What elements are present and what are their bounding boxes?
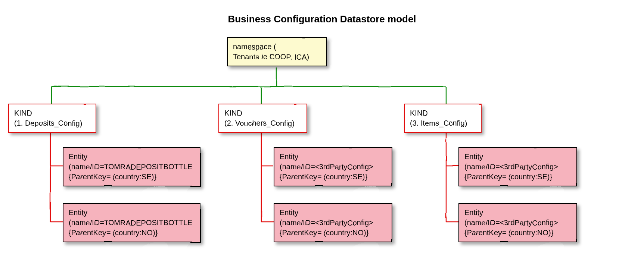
entity-id: (name/ID=<3rdPartyConfig> bbox=[280, 162, 386, 172]
kind-name: (3. Items_Config) bbox=[410, 118, 476, 128]
entity-label: Entity bbox=[69, 208, 195, 218]
entity-parentkey: {ParentKey= (country:NO)} bbox=[69, 228, 195, 238]
entity-box-deposits-no: Entity (name/ID=TOMRADEPOSITBOTTLE {Pare… bbox=[63, 203, 201, 242]
entity-box-items-no: Entity (name/ID=<3rdPartyConfig> {Parent… bbox=[458, 203, 577, 242]
entity-label: Entity bbox=[280, 152, 386, 162]
entity-parentkey: {ParentKey= (country:NO)} bbox=[464, 228, 571, 238]
kind-label: KIND bbox=[224, 108, 301, 118]
entity-parentkey: {ParentKey= (country:NO)} bbox=[280, 228, 386, 238]
entity-label: Entity bbox=[464, 152, 571, 162]
kind-label: KIND bbox=[14, 108, 90, 118]
kind-label: KIND bbox=[410, 108, 476, 118]
entity-box-items-se: Entity (name/ID=<3rdPartyConfig> {Parent… bbox=[458, 147, 577, 186]
entity-box-vouchers-se: Entity (name/ID=<3rdPartyConfig> {Parent… bbox=[274, 147, 392, 186]
namespace-to-kind-connectors bbox=[52, 67, 446, 104]
entity-parentkey: {ParentKey= (country:SE)} bbox=[280, 172, 386, 182]
entity-id: (name/ID=TOMRADEPOSITBOTTLE bbox=[69, 218, 195, 228]
entity-id: (name/ID=TOMRADEPOSITBOTTLE bbox=[69, 162, 195, 172]
entity-id: (name/ID=<3rdPartyConfig> bbox=[280, 218, 386, 228]
diagram-canvas: Business Configuration Datastore model n… bbox=[0, 0, 644, 274]
kind-box-vouchers: KIND (2. Vouchers_Config) bbox=[218, 104, 307, 133]
kind-name: (2. Vouchers_Config) bbox=[224, 118, 301, 128]
namespace-line1: namespace ( bbox=[233, 42, 321, 52]
diagram-title: Business Configuration Datastore model bbox=[0, 13, 644, 25]
entity-id: (name/ID=<3rdPartyConfig> bbox=[464, 218, 571, 228]
namespace-box: namespace ( Tenants ie COOP, ICA) bbox=[227, 37, 327, 66]
entity-parentkey: {ParentKey= (country:SE)} bbox=[464, 172, 571, 182]
kind-box-items: KIND (3. Items_Config) bbox=[404, 104, 482, 133]
namespace-line2: Tenants ie COOP, ICA) bbox=[233, 52, 321, 62]
kind-name: (1. Deposits_Config) bbox=[14, 118, 90, 128]
entity-label: Entity bbox=[69, 152, 195, 162]
entity-id: (name/ID=<3rdPartyConfig> bbox=[464, 162, 571, 172]
kind-box-deposits: KIND (1. Deposits_Config) bbox=[8, 104, 96, 133]
entity-label: Entity bbox=[464, 208, 571, 218]
entity-parentkey: {ParentKey= (country:SE)} bbox=[69, 172, 195, 182]
entity-label: Entity bbox=[280, 208, 386, 218]
entity-box-vouchers-no: Entity (name/ID=<3rdPartyConfig> {Parent… bbox=[274, 203, 392, 242]
entity-box-deposits-se: Entity (name/ID=TOMRADEPOSITBOTTLE {Pare… bbox=[63, 147, 201, 186]
